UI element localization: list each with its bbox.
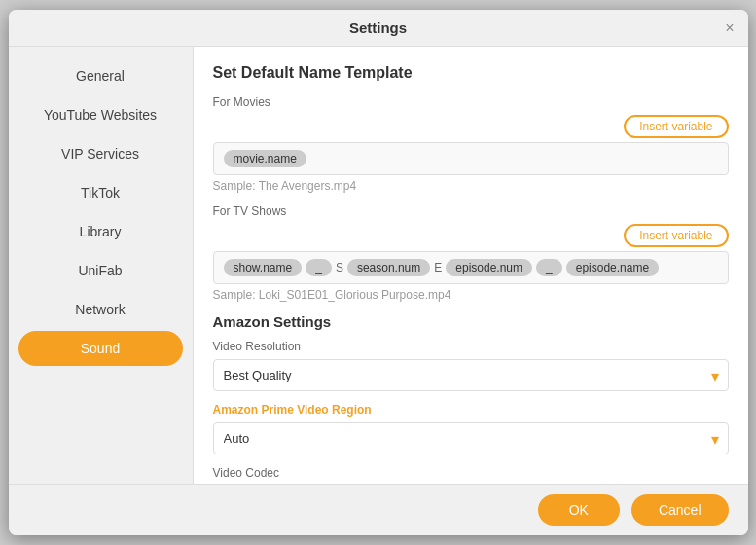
insert-variable-movies-button[interactable]: Insert variable	[624, 115, 728, 138]
movie-template-input[interactable]: movie.name	[213, 142, 729, 175]
tv-e-label: E	[434, 261, 442, 274]
movie-sample-text: Sample: The Avengers.mp4	[213, 179, 729, 193]
dialog-body: General YouTube Websites VIP Services Ti…	[9, 47, 748, 484]
cancel-button[interactable]: Cancel	[631, 494, 729, 526]
for-movies-label: For Movies	[213, 95, 729, 109]
prime-region-label: Amazon Prime Video Region	[213, 403, 729, 417]
bottom-bar: OK Cancel	[9, 484, 748, 535]
sidebar-item-tiktok[interactable]: TikTok	[18, 175, 183, 210]
tv-episode-num-chip: episode.num	[446, 259, 532, 276]
insert-variable-row-tv: Insert variable	[213, 224, 729, 247]
tv-sample-text: Sample: Loki_S01E01_Glorious Purpose.mp4	[213, 288, 729, 302]
main-content: Set Default Name Template For Movies Ins…	[194, 47, 748, 484]
ok-button[interactable]: OK	[538, 494, 620, 526]
prime-region-select[interactable]: Auto US UK DE JP	[213, 422, 729, 454]
video-resolution-select[interactable]: Best Quality 1080p 720p 480p	[213, 359, 729, 391]
tv-sep1-chip: _	[306, 259, 332, 276]
dialog-title: Settings	[349, 19, 407, 36]
sidebar-item-unifab[interactable]: UniFab	[18, 253, 183, 288]
tv-sep2-chip: _	[536, 259, 562, 276]
sidebar-item-general[interactable]: General	[18, 58, 183, 93]
tv-season-num-chip: season.num	[347, 259, 430, 276]
insert-variable-tv-button[interactable]: Insert variable	[624, 224, 728, 247]
sidebar-item-network[interactable]: Network	[18, 292, 183, 327]
tv-s-label: S	[336, 261, 343, 274]
settings-dialog: Settings × General YouTube Websites VIP …	[9, 10, 748, 535]
tv-show-name-chip: show.name	[224, 259, 303, 276]
section-title: Set Default Name Template	[213, 64, 729, 82]
tv-episode-name-chip: episode.name	[566, 259, 659, 276]
sidebar-item-youtube[interactable]: YouTube Websites	[18, 97, 183, 132]
sidebar-item-sound[interactable]: Sound	[18, 331, 183, 366]
sidebar-item-vip[interactable]: VIP Services	[18, 136, 183, 171]
prime-region-wrapper: Auto US UK DE JP ▾	[213, 422, 729, 454]
video-resolution-wrapper: Best Quality 1080p 720p 480p ▾	[213, 359, 729, 391]
title-bar: Settings ×	[9, 10, 748, 47]
movie-name-chip: movie.name	[224, 150, 306, 167]
sidebar-item-library[interactable]: Library	[18, 214, 183, 249]
close-button[interactable]: ×	[725, 19, 734, 37]
for-tv-label: For TV Shows	[213, 204, 729, 218]
sidebar: General YouTube Websites VIP Services Ti…	[9, 47, 194, 484]
insert-variable-row-movies: Insert variable	[213, 115, 729, 138]
tv-template-input[interactable]: show.name _ S season.num E episode.num _…	[213, 251, 729, 284]
video-codec-label: Video Codec	[213, 466, 729, 480]
video-resolution-label: Video Resolution	[213, 340, 729, 353]
amazon-settings-title: Amazon Settings	[213, 313, 729, 330]
